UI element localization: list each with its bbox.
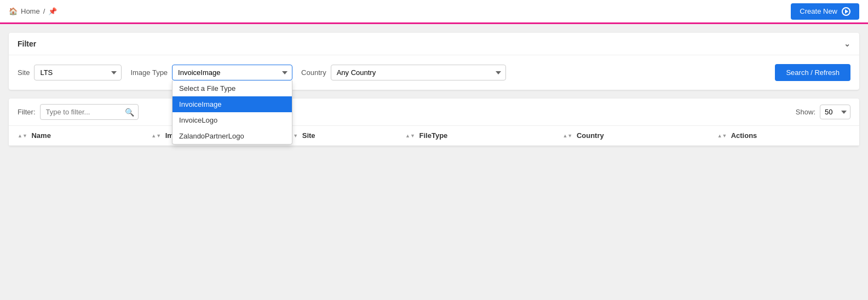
create-new-label: Create New	[800, 7, 837, 15]
filetype-dropdown-container: Select a File Type InvoiceImage InvoiceL…	[172, 65, 292, 80]
filter-header: Filter ⌄	[9, 33, 859, 55]
filter-body: Site LTS ALL Image Type Select a File Ty…	[9, 55, 859, 90]
sort-arrows-filetype: ▲▼	[405, 134, 415, 139]
table-header-row: ▲▼ Name ▲▼ Image ▲▼ Site ▲▼ FileType	[9, 126, 859, 146]
play-icon	[842, 7, 850, 16]
home-icon: 🏠	[9, 7, 18, 15]
table-filter-input-wrap: 🔍	[40, 104, 139, 120]
country-select[interactable]: Any Country	[331, 65, 506, 80]
filter-card: Filter ⌄ Site LTS ALL Image Type Select …	[9, 33, 859, 90]
sort-arrows-name: ▲▼	[18, 134, 27, 139]
country-filter-group: Country Any Country	[301, 65, 506, 80]
filter-title: Filter	[18, 39, 36, 48]
site-select[interactable]: LTS ALL	[34, 65, 122, 80]
site-filter-group: Site LTS ALL	[18, 65, 122, 80]
col-country[interactable]: ▲▼ Country	[554, 126, 708, 146]
breadcrumb-home[interactable]: Home	[21, 7, 40, 15]
table-filter-label: Filter:	[18, 108, 36, 116]
filetype-dropdown-item-invoiceimage[interactable]: InvoiceImage	[173, 96, 292, 112]
table-card: Filter: 🔍 Show: 10 25 50 100	[9, 99, 859, 146]
sort-arrows-actions: ▲▼	[717, 134, 727, 139]
create-new-button[interactable]: Create New	[791, 3, 859, 20]
table-head: ▲▼ Name ▲▼ Image ▲▼ Site ▲▼ FileType	[9, 126, 859, 146]
show-label: Show:	[796, 108, 815, 116]
image-type-filter-group: Image Type Select a File Type InvoiceIma…	[130, 65, 292, 80]
breadcrumb: 🏠 Home / 📌	[9, 7, 57, 15]
filter-collapse-icon[interactable]: ⌄	[844, 39, 850, 48]
show-select[interactable]: 10 25 50 100	[820, 105, 850, 119]
topbar: 🏠 Home / 📌 Create New	[0, 0, 868, 24]
sort-arrows-country: ▲▼	[562, 134, 572, 139]
filetype-dropdown-item-zalandopartnerlogo[interactable]: ZalandoPartnerLogo	[173, 128, 292, 144]
table-filter-input[interactable]	[40, 104, 139, 120]
search-refresh-button[interactable]: Search / Refresh	[775, 64, 850, 81]
filetype-dropdown-item-invoicelogo[interactable]: InvoiceLogo	[173, 112, 292, 128]
col-filetype-label: FileType	[419, 131, 448, 140]
image-type-label: Image Type	[130, 68, 168, 77]
col-actions-label: Actions	[731, 131, 757, 140]
table-filter-search-icon: 🔍	[125, 108, 134, 117]
filetype-select[interactable]: Select a File Type InvoiceImage InvoiceL…	[172, 65, 292, 80]
col-name[interactable]: ▲▼ Name	[9, 126, 142, 146]
sort-arrows-image: ▲▼	[151, 134, 161, 139]
col-filetype[interactable]: ▲▼ FileType	[396, 126, 554, 146]
breadcrumb-sep: /	[43, 7, 45, 15]
col-site[interactable]: ▲▼ Site	[279, 126, 396, 146]
table-toolbar: Filter: 🔍 Show: 10 25 50 100	[9, 99, 859, 126]
pin-icon: 📌	[48, 7, 57, 15]
data-table: ▲▼ Name ▲▼ Image ▲▼ Site ▲▼ FileType	[9, 126, 859, 146]
country-label: Country	[301, 68, 326, 77]
filetype-dropdown-item-placeholder[interactable]: Select a File Type	[173, 80, 292, 96]
table-filter-group: Filter: 🔍	[18, 104, 139, 120]
main-content: Filter ⌄ Site LTS ALL Image Type Select …	[0, 24, 868, 155]
col-country-label: Country	[577, 131, 604, 140]
site-label: Site	[18, 68, 30, 77]
col-site-label: Site	[302, 131, 315, 140]
col-actions[interactable]: ▲▼ Actions	[709, 126, 859, 146]
col-name-label: Name	[31, 131, 50, 140]
show-group: Show: 10 25 50 100	[796, 105, 850, 119]
filetype-dropdown-list: Select a File Type InvoiceImage InvoiceL…	[172, 80, 292, 145]
